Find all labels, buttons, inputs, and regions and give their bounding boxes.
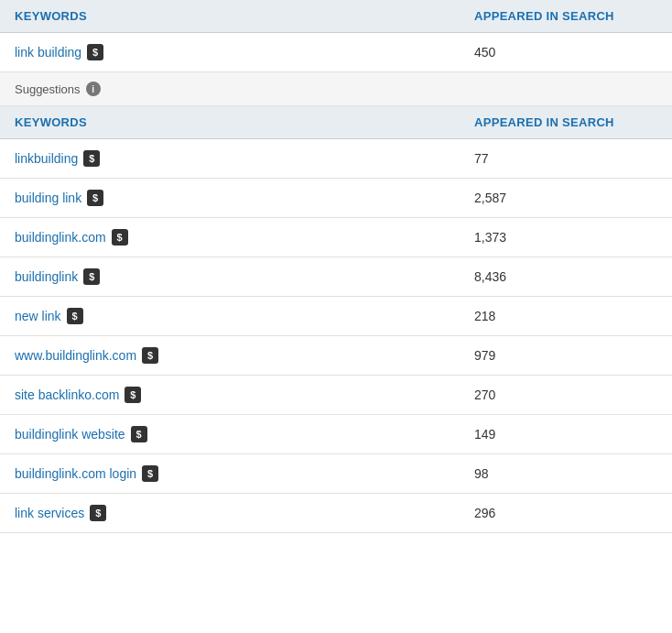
- keyword-cell: buildinglink.com login $: [15, 465, 474, 482]
- appeared-cell: 2,587: [474, 191, 657, 205]
- appeared-cell: 149: [474, 427, 657, 442]
- keyword-cell: linkbuilding $: [15, 150, 474, 167]
- keyword-cell: site backlinko.com $: [15, 387, 474, 403]
- table-row: buildinglink.com $ 1,373: [0, 218, 672, 257]
- dollar-icon: $: [67, 308, 83, 324]
- appeared-cell: 98: [474, 466, 657, 481]
- dollar-icon: $: [87, 190, 103, 206]
- keyword-cell: buildinglink $: [15, 268, 474, 285]
- table2-header: KEYWORDS APPEARED IN SEARCH: [0, 106, 672, 139]
- dollar-icon: $: [90, 505, 106, 521]
- table-row: new link $ 218: [0, 297, 672, 336]
- keyword-cell: link building $: [15, 44, 474, 60]
- keyword-link[interactable]: buildinglink website: [15, 427, 125, 442]
- appeared-cell: 979: [474, 348, 657, 363]
- suggestions-label: Suggestions: [15, 82, 81, 96]
- appeared-cell: 296: [474, 506, 657, 520]
- dollar-icon: $: [125, 387, 141, 403]
- table2-keywords-header: KEYWORDS: [15, 115, 474, 129]
- table-row: buildinglink $ 8,436: [0, 257, 672, 297]
- dollar-icon: $: [83, 268, 100, 285]
- keyword-link[interactable]: linkbuilding: [15, 151, 78, 166]
- keyword-cell: buildinglink.com $: [15, 229, 474, 246]
- appeared-cell: 1,373: [474, 230, 657, 245]
- keyword-cell: new link $: [15, 308, 474, 324]
- table-row: site backlinko.com $ 270: [0, 376, 672, 415]
- suggestions-row: Suggestions i: [0, 72, 672, 106]
- table-row: linkbuilding $ 77: [0, 139, 672, 179]
- dollar-icon: $: [87, 44, 103, 60]
- keyword-link[interactable]: buildinglink.com login: [15, 466, 136, 481]
- table1-appeared-header: APPEARED IN SEARCH: [474, 9, 657, 23]
- main-container: KEYWORDS APPEARED IN SEARCH link buildin…: [0, 0, 672, 533]
- keyword-link[interactable]: buildinglink: [15, 269, 78, 284]
- table-row: buildinglink.com login $ 98: [0, 454, 672, 494]
- keyword-link[interactable]: site backlinko.com: [15, 387, 119, 402]
- table-row: link services $ 296: [0, 494, 672, 533]
- dollar-icon: $: [142, 465, 158, 482]
- table-row: link building $ 450: [0, 33, 672, 72]
- appeared-cell: 77: [474, 151, 657, 166]
- keyword-cell: buildinglink website $: [15, 426, 474, 442]
- appeared-cell: 450: [474, 45, 657, 60]
- link-services-link[interactable]: link services: [15, 506, 84, 520]
- keyword-cell: link services $: [15, 505, 474, 521]
- keyword-cell: www.buildinglink.com $: [15, 347, 474, 364]
- table1-keywords-header: KEYWORDS: [15, 9, 474, 23]
- dollar-icon: $: [142, 347, 158, 364]
- appeared-cell: 218: [474, 309, 657, 323]
- info-icon[interactable]: i: [86, 82, 101, 96]
- table-row: building link $ 2,587: [0, 179, 672, 218]
- keyword-link[interactable]: new link: [15, 309, 61, 323]
- dollar-icon: $: [131, 426, 147, 442]
- dollar-icon: $: [112, 229, 128, 246]
- table-row: www.buildinglink.com $ 979: [0, 336, 672, 376]
- table2-appeared-header: APPEARED IN SEARCH: [474, 115, 657, 129]
- appeared-cell: 8,436: [474, 269, 657, 284]
- keyword-link[interactable]: www.buildinglink.com: [15, 348, 136, 363]
- keyword-link[interactable]: building link: [15, 191, 81, 205]
- keyword-link[interactable]: buildinglink.com: [15, 230, 106, 245]
- table1-header: KEYWORDS APPEARED IN SEARCH: [0, 0, 672, 33]
- dollar-icon: $: [83, 150, 100, 167]
- appeared-cell: 270: [474, 387, 657, 402]
- table-row: buildinglink website $ 149: [0, 415, 672, 454]
- keyword-cell: building link $: [15, 190, 474, 206]
- keyword-link[interactable]: link building: [15, 45, 81, 60]
